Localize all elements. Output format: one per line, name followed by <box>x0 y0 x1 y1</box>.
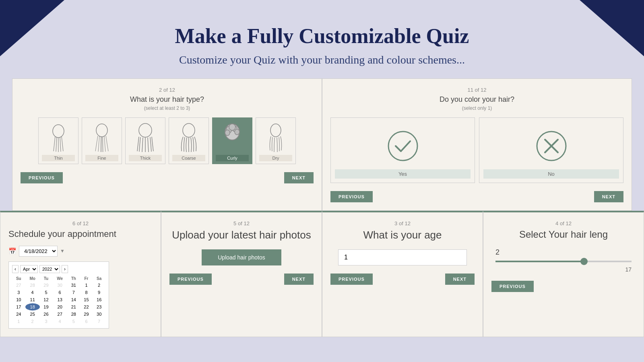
upload-photos-button[interactable]: Upload hair photos <box>202 249 281 265</box>
curly-hair-icon <box>218 121 246 153</box>
svg-point-14 <box>139 123 152 137</box>
cal-day[interactable]: 24 <box>12 311 25 318</box>
slider-max: 17 <box>495 266 632 273</box>
svg-point-22 <box>270 124 281 137</box>
quiz5-prev-button[interactable]: PREVIOUS <box>330 274 373 285</box>
dry-label: Dry <box>259 155 292 161</box>
quiz6-prev-button[interactable]: PREVIOUS <box>491 281 534 292</box>
age-input[interactable] <box>338 249 467 265</box>
cal-header-tu: Tu <box>40 276 53 282</box>
quiz2-next-button[interactable]: NEXT <box>594 191 623 202</box>
cal-day[interactable]: 5 <box>67 318 80 325</box>
hair-option-dry[interactable]: Dry <box>256 117 296 164</box>
svg-line-7 <box>95 136 98 151</box>
cal-day[interactable]: 3 <box>12 289 25 296</box>
hair-option-thick[interactable]: Thick <box>125 117 165 164</box>
quiz1-hint: (select at least 2 to 3) <box>21 105 314 111</box>
cal-day[interactable]: 11 <box>25 296 40 303</box>
yn-option-no[interactable]: No <box>479 117 623 183</box>
cal-year-select[interactable]: 2022 <box>39 265 60 273</box>
cal-day[interactable]: 15 <box>80 296 93 303</box>
dry-hair-icon <box>262 121 290 153</box>
cal-day[interactable]: 10 <box>12 296 25 303</box>
cal-day[interactable]: 18 <box>25 303 40 311</box>
date-select[interactable]: 4/18/2022 <box>19 246 58 257</box>
calendar-widget: ‹ Apr 2022 › Su Mo Tu We Th Fr <box>8 261 109 329</box>
dropdown-arrow: ▼ <box>60 248 65 254</box>
bottom-quiz-grid: 6 of 12 Schedule your appointment 📅 4/18… <box>0 211 644 337</box>
cal-day[interactable]: 20 <box>52 303 67 311</box>
hair-option-fine[interactable]: Fine <box>82 117 122 164</box>
hair-option-curly[interactable]: Curly <box>212 117 252 164</box>
cal-day[interactable]: 27 <box>12 282 25 289</box>
cal-day[interactable]: 29 <box>40 282 53 289</box>
cal-header-sa: Sa <box>93 276 105 282</box>
cal-day[interactable]: 13 <box>52 296 67 303</box>
yes-label: Yes <box>335 169 471 179</box>
cal-day[interactable]: 8 <box>80 289 93 296</box>
yn-option-yes[interactable]: Yes <box>330 117 475 183</box>
quiz2-prev-button[interactable]: PREVIOUS <box>330 191 373 202</box>
cal-day[interactable]: 4 <box>25 289 40 296</box>
cal-day[interactable]: 22 <box>80 303 93 311</box>
cal-day[interactable]: 2 <box>25 318 40 325</box>
quiz6-progress: 4 of 12 <box>491 220 636 226</box>
slider-thumb[interactable] <box>580 258 588 265</box>
cal-day[interactable]: 12 <box>40 296 53 303</box>
quiz4-next-button[interactable]: NEXT <box>284 274 314 285</box>
cal-day[interactable]: 30 <box>52 282 67 289</box>
yes-icon <box>335 130 471 166</box>
cal-month-select[interactable]: Apr <box>20 265 38 273</box>
cal-day[interactable]: 17 <box>12 303 25 311</box>
cal-day[interactable]: 9 <box>93 289 105 296</box>
svg-line-5 <box>62 137 63 151</box>
cal-day[interactable]: 31 <box>67 282 80 289</box>
cal-day[interactable]: 2 <box>93 282 105 289</box>
cal-day[interactable]: 16 <box>93 296 105 303</box>
hair-option-coarse[interactable]: Coarse <box>169 117 209 164</box>
cal-day[interactable]: 6 <box>52 289 67 296</box>
cal-day[interactable]: 21 <box>67 303 80 311</box>
quiz1-prev-button[interactable]: PREVIOUS <box>21 172 63 183</box>
cal-day[interactable]: 27 <box>52 311 67 318</box>
svg-line-4 <box>60 137 61 152</box>
fine-hair-icon <box>88 121 116 153</box>
svg-line-11 <box>103 137 103 152</box>
cal-day[interactable]: 4 <box>52 318 67 325</box>
slider-container: 2 17 <box>491 248 636 273</box>
quiz5-progress: 3 of 12 <box>330 220 475 226</box>
quiz6-title: Select Your hair leng <box>491 229 636 240</box>
cal-day[interactable]: 14 <box>67 296 80 303</box>
quiz5-next-button[interactable]: NEXT <box>445 274 475 285</box>
cal-next-button[interactable]: › <box>62 265 68 273</box>
cal-day[interactable]: 26 <box>40 311 53 318</box>
cal-day[interactable]: 7 <box>67 289 80 296</box>
cal-day[interactable]: 28 <box>25 282 40 289</box>
cal-day[interactable]: 19 <box>40 303 53 311</box>
no-label: No <box>483 169 619 179</box>
cal-day[interactable]: 30 <box>93 311 105 318</box>
cal-day[interactable]: 28 <box>67 311 80 318</box>
cal-day[interactable]: 25 <box>25 311 40 318</box>
cal-day[interactable]: 3 <box>40 318 53 325</box>
quiz3-title: Schedule your appointment <box>8 229 153 239</box>
coarse-hair-icon <box>175 121 203 153</box>
cal-day[interactable]: 1 <box>12 318 25 325</box>
page-header: Make a Fully Customizable Quiz Customize… <box>0 0 644 78</box>
top-quiz-grid: 2 of 12 What is your hair type? (select … <box>12 78 632 211</box>
svg-point-0 <box>53 125 64 138</box>
cal-day[interactable]: 7 <box>93 318 105 325</box>
slider-fill <box>495 261 584 262</box>
calendar-icon: 📅 <box>8 247 17 255</box>
cal-day[interactable]: 6 <box>80 318 93 325</box>
quiz1-next-button[interactable]: NEXT <box>284 172 314 183</box>
quiz4-prev-button[interactable]: PREVIOUS <box>169 274 212 285</box>
quiz-panel-hair-type: 2 of 12 What is your hair type? (select … <box>12 78 322 211</box>
cal-day[interactable]: 23 <box>93 303 105 311</box>
coarse-label: Coarse <box>172 155 205 161</box>
cal-day[interactable]: 5 <box>40 289 53 296</box>
hair-option-thin[interactable]: Thin <box>38 117 78 164</box>
cal-prev-button[interactable]: ‹ <box>12 265 19 273</box>
cal-day[interactable]: 1 <box>80 282 93 289</box>
cal-day[interactable]: 29 <box>80 311 93 318</box>
